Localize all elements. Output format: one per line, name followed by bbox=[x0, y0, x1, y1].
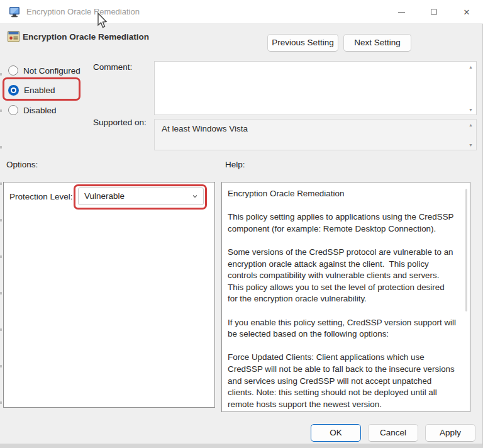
help-paragraph: Force Updated Clients: Client applicatio… bbox=[228, 352, 456, 410]
titlebar: Encryption Oracle Remediation ✕ bbox=[0, 0, 483, 24]
radio-disabled[interactable]: Disabled bbox=[8, 104, 57, 116]
help-paragraph: If you enable this policy setting, CredS… bbox=[228, 317, 456, 340]
apply-button[interactable]: Apply bbox=[425, 424, 475, 442]
group-policy-app-icon bbox=[8, 6, 21, 18]
radio-selected-icon bbox=[8, 85, 19, 96]
supported-on-value: At least Windows Vista bbox=[154, 119, 477, 150]
radio-unselected-icon bbox=[8, 105, 18, 115]
radio-not-configured[interactable]: Not Configured bbox=[8, 65, 80, 76]
cancel-button[interactable]: Cancel bbox=[368, 424, 418, 442]
window-title: Encryption Oracle Remediation bbox=[26, 7, 140, 16]
radio-unselected-icon bbox=[8, 65, 18, 76]
minimize-icon bbox=[398, 12, 405, 13]
comment-label: Comment: bbox=[93, 62, 132, 72]
maximize-button[interactable] bbox=[418, 0, 450, 24]
comment-input[interactable] bbox=[154, 61, 477, 115]
minimize-button[interactable] bbox=[385, 0, 418, 24]
close-icon: ✕ bbox=[464, 8, 470, 16]
protection-level-label: Protection Level: bbox=[9, 192, 73, 201]
help-paragraph: This policy setting applies to applicati… bbox=[228, 211, 456, 235]
help-panel[interactable]: Encryption Oracle Remediation This polic… bbox=[221, 182, 470, 412]
scroll-down-icon[interactable]: ▼ bbox=[469, 108, 473, 112]
options-section-label: Options: bbox=[6, 160, 38, 169]
options-panel: Protection Level: Vulnerable bbox=[3, 182, 215, 408]
radio-label: Not Configured bbox=[23, 66, 80, 76]
chevron-down-icon bbox=[192, 194, 197, 199]
radio-label: Enabled bbox=[24, 86, 55, 95]
window-controls: ✕ bbox=[385, 0, 483, 24]
background-window-edge bbox=[0, 57, 2, 409]
radio-label: Disabled bbox=[23, 106, 57, 115]
radio-enabled[interactable]: Enabled bbox=[8, 84, 55, 96]
scroll-down-icon[interactable]: ▼ bbox=[469, 143, 473, 147]
close-button[interactable]: ✕ bbox=[450, 0, 483, 24]
next-setting-button[interactable]: Next Setting bbox=[343, 34, 411, 52]
help-paragraph: Encryption Oracle Remediation bbox=[228, 188, 456, 200]
supported-on-label: Supported on: bbox=[93, 118, 147, 127]
policy-setting-dialog: Encryption Oracle Remediation ✕ Encrypti… bbox=[0, 0, 483, 448]
protection-level-dropdown[interactable]: Vulnerable bbox=[78, 188, 204, 205]
policy-setting-icon bbox=[8, 31, 19, 42]
mouse-cursor-icon bbox=[96, 13, 108, 29]
scroll-up-icon[interactable]: ▲ bbox=[469, 65, 473, 69]
ok-button[interactable]: OK bbox=[311, 424, 361, 442]
help-paragraph: Some versions of the CredSSP protocol ar… bbox=[228, 247, 456, 305]
previous-setting-button[interactable]: Previous Setting bbox=[267, 34, 338, 52]
help-section-label: Help: bbox=[225, 160, 245, 169]
protection-level-value: Vulnerable bbox=[84, 191, 125, 201]
maximize-icon bbox=[431, 9, 437, 15]
scroll-up-icon[interactable]: ▲ bbox=[469, 123, 473, 127]
help-scrollbar[interactable] bbox=[465, 189, 467, 311]
policy-setting-title: Encryption Oracle Remediation bbox=[23, 32, 149, 42]
